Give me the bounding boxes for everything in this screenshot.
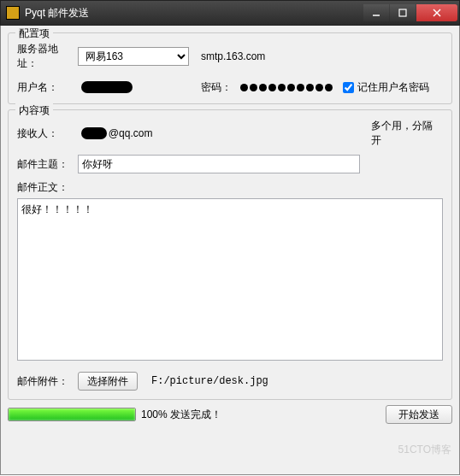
title-bar: Pyqt 邮件发送	[0, 0, 460, 26]
maximize-button[interactable]	[390, 4, 416, 21]
config-group: 配置项 服务器地址： 网易163 smtp.163.com 用户名： 密码： 记…	[8, 32, 452, 104]
progress-bar	[8, 408, 136, 421]
app-icon	[6, 6, 20, 20]
config-group-title: 配置项	[15, 26, 53, 41]
smtp-text: smtp.163.com	[194, 50, 265, 62]
user-label: 用户名：	[17, 80, 73, 95]
window-title: Pyqt 邮件发送	[25, 6, 363, 21]
body-textarea[interactable]	[17, 198, 443, 361]
client-area: 配置项 服务器地址： 网易163 smtp.163.com 用户名： 密码： 记…	[0, 26, 460, 475]
progress-fill	[9, 408, 135, 420]
window-controls	[363, 4, 457, 21]
attachment-path: F:/picture/desk.jpg	[151, 375, 268, 387]
close-button[interactable]	[416, 4, 457, 21]
content-group-title: 内容项	[15, 103, 53, 118]
redacted-recipient	[81, 127, 107, 139]
remember-label: 记住用户名密码	[357, 80, 429, 95]
password-input[interactable]	[240, 78, 333, 97]
recipient-hint: 多个用，分隔开	[364, 119, 443, 148]
progress-text: 100% 发送完成！	[141, 408, 221, 422]
recipient-label: 接收人：	[17, 126, 73, 141]
remember-checkbox[interactable]	[343, 82, 354, 93]
redacted-username	[81, 81, 133, 93]
remember-checkbox-group[interactable]: 记住用户名密码	[343, 80, 429, 95]
body-label: 邮件正文：	[17, 180, 73, 195]
svg-rect-1	[399, 9, 406, 16]
username-input[interactable]	[78, 81, 189, 93]
server-select[interactable]: 网易163	[78, 47, 189, 66]
content-group: 内容项 接收人： @qq.com 多个用，分隔开 邮件主题： 邮件正文： 邮件附…	[8, 109, 452, 400]
minimize-button[interactable]	[363, 4, 389, 21]
recipient-input[interactable]: @qq.com	[78, 127, 359, 139]
password-label: 密码：	[201, 80, 232, 95]
bottom-bar: 100% 发送完成！ 开始发送	[8, 405, 452, 424]
subject-label: 邮件主题：	[17, 157, 73, 172]
attachment-label: 邮件附件：	[17, 374, 73, 389]
send-button[interactable]: 开始发送	[386, 405, 452, 424]
server-label: 服务器地址：	[17, 42, 73, 71]
subject-input[interactable]	[78, 155, 360, 173]
choose-attachment-button[interactable]: 选择附件	[78, 372, 138, 391]
